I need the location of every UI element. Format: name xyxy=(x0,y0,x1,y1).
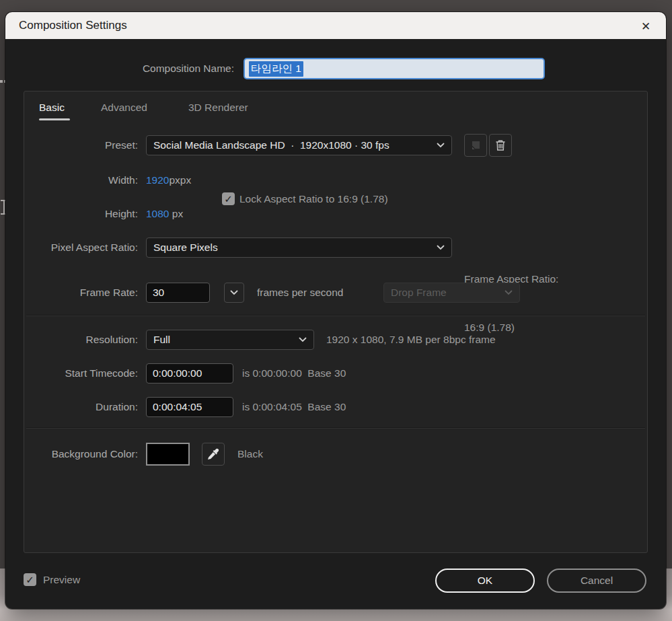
frame-rate-dropdown-button[interactable] xyxy=(224,283,244,303)
duration-input[interactable]: 0:00:04:05 xyxy=(146,397,233,417)
preview-checkbox[interactable]: ✓ xyxy=(24,573,36,586)
save-preset-button[interactable] xyxy=(464,134,487,157)
separator xyxy=(26,427,645,429)
pixel-aspect-ratio-value: Square Pixels xyxy=(153,242,218,254)
frame-rate-input[interactable]: 30 xyxy=(146,283,210,303)
width-row: 1920pxpx xyxy=(146,170,191,190)
check-icon: ✓ xyxy=(224,192,233,205)
width-value[interactable]: 1920 xyxy=(146,174,169,186)
preset-label: Preset: xyxy=(5,135,138,155)
height-unit: px xyxy=(172,208,183,219)
chevron-down-icon xyxy=(505,290,513,295)
chevron-down-icon xyxy=(299,337,307,342)
preset-value: Social Media Landscape HD · 1920x1080 · … xyxy=(153,139,389,151)
lock-aspect-label: Lock Aspect Ratio to 16:9 (1.78) xyxy=(239,189,388,209)
start-timecode-input[interactable]: 0:00:00:00 xyxy=(146,363,233,383)
drop-frame-dropdown: Drop Frame xyxy=(383,283,520,303)
close-button[interactable]: ✕ xyxy=(636,17,655,36)
selected-text: 타임라인 1 xyxy=(249,61,303,77)
save-preset-icon xyxy=(469,139,482,152)
resolution-label: Resolution: xyxy=(5,330,138,350)
chevron-down-icon xyxy=(437,245,445,250)
trash-icon xyxy=(494,139,507,152)
drop-frame-value: Drop Frame xyxy=(391,287,447,299)
tab-3d-renderer[interactable]: 3D Renderer xyxy=(188,100,248,116)
tab-basic-underline xyxy=(39,118,70,120)
close-icon: ✕ xyxy=(641,20,650,34)
preview-label: Preview xyxy=(43,570,80,590)
duration-info: is 0:00:04:05 Base 30 xyxy=(242,397,346,417)
start-timecode-info: is 0:00:00:00 Base 30 xyxy=(242,363,346,383)
eyedropper-button[interactable] xyxy=(202,443,225,466)
background-color-label: Background Color: xyxy=(5,444,138,464)
duration-label: Duration: xyxy=(5,397,138,417)
background-color-name: Black xyxy=(237,444,263,464)
check-icon: ✓ xyxy=(26,573,34,586)
width-label: Width: xyxy=(5,170,138,190)
height-row: 1080 px xyxy=(146,204,183,224)
lock-aspect-checkbox[interactable]: ✓ xyxy=(222,192,235,205)
resolution-info: 1920 x 1080, 7.9 MB per 8bpc frame xyxy=(326,330,496,350)
background-color-swatch[interactable] xyxy=(146,443,190,466)
frames-per-second-label: frames per second xyxy=(257,283,343,303)
chevron-down-icon xyxy=(437,143,445,148)
separator xyxy=(26,315,645,316)
title-bar: Composition Settings ✕ xyxy=(5,12,666,39)
cancel-button[interactable]: Cancel xyxy=(547,569,646,593)
composition-name-label: Composition Name: xyxy=(102,59,234,79)
height-value[interactable]: 1080 xyxy=(146,208,169,219)
chevron-down-icon xyxy=(230,290,238,295)
dialog-title: Composition Settings xyxy=(19,12,127,39)
frame-rate-label: Frame Rate: xyxy=(5,283,138,303)
width-unit: px xyxy=(169,174,180,186)
ok-button[interactable]: OK xyxy=(435,569,535,593)
tab-advanced[interactable]: Advanced xyxy=(101,100,147,116)
eyedropper-icon xyxy=(207,447,220,461)
pixel-aspect-ratio-label: Pixel Aspect Ratio: xyxy=(5,238,138,258)
background-artifact-icon xyxy=(0,80,3,83)
delete-preset-button[interactable] xyxy=(489,134,512,157)
composition-name-input[interactable]: 타임라인 1 xyxy=(244,58,545,79)
resolution-dropdown[interactable]: Full xyxy=(146,330,314,350)
resolution-value: Full xyxy=(153,334,170,346)
pixel-aspect-ratio-dropdown[interactable]: Square Pixels xyxy=(146,238,452,258)
composition-settings-dialog: Composition Settings ✕ Composition Name:… xyxy=(5,12,666,609)
start-timecode-label: Start Timecode: xyxy=(5,363,138,383)
preset-dropdown[interactable]: Social Media Landscape HD · 1920x1080 · … xyxy=(146,135,452,155)
height-label: Height: xyxy=(5,204,138,224)
tab-basic[interactable]: Basic xyxy=(39,100,65,116)
